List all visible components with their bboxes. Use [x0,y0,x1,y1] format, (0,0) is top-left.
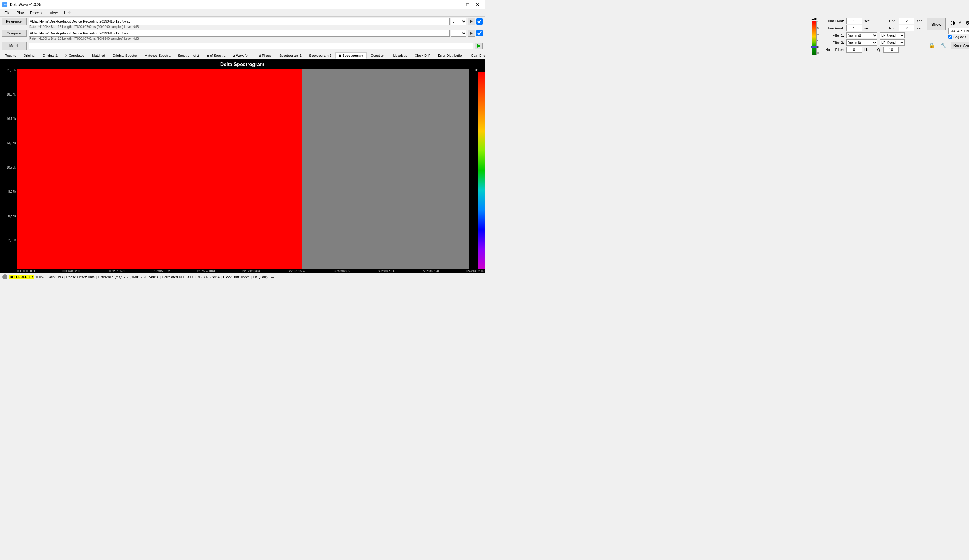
tab-gain-error[interactable]: Gain Error [468,52,484,59]
tab-lissajous[interactable]: Lissajous [390,52,411,59]
tab-delta-of-spectra[interactable]: Δ of Spectra [203,52,229,59]
match-play-button[interactable] [475,43,483,49]
phase-label: Phase Offset: [67,275,87,279]
tab-spectrogram-2[interactable]: Spectrogram 2 [306,52,335,59]
tab-spectrogram-1[interactable]: Spectrogram 1 [276,52,305,59]
chart-title: Delta Spectrogram [0,59,484,68]
tab-delta-waveform[interactable]: Δ Waveform [230,52,255,59]
match-input[interactable] [28,43,473,49]
minimize-button[interactable]: — [453,2,462,8]
correlated-1-value: 309,56dB [187,275,201,279]
chart-red-region [17,68,302,269]
compare-button[interactable]: Compare: [2,30,27,37]
bit-perfect-badge: BIT PERFECT! [9,275,34,279]
diff-label: Difference (ms): [98,275,122,279]
correlated-label: Correlated Null: [162,275,185,279]
chart-gray-region [302,68,469,269]
status-icon: i [2,274,7,279]
tab-clock-drift[interactable]: Clock Drift [411,52,434,59]
close-button[interactable]: ✕ [473,2,482,8]
tab-matched-spectra[interactable]: Matched Spectra [141,52,174,59]
tab-delta-phase[interactable]: Δ Phase [256,52,275,59]
diff-dba-value: -320,74dBA [140,275,158,279]
fit-label: Fit Quality: [253,275,269,279]
tab-results[interactable]: Results [1,52,20,59]
db-scale-top-label: dB [475,68,484,72]
reference-button[interactable]: Reference: [2,18,27,25]
tab-original-spectra[interactable]: Original Spectra [109,52,140,59]
compare-play-button[interactable] [468,30,475,37]
compare-meta: Rate=44100Hz Bits=16 Length=47600.90702m… [28,37,483,40]
reference-path-input[interactable] [28,18,450,25]
chart-plot [17,68,469,269]
maximize-button[interactable]: □ [463,2,472,8]
gain-value: 0dB [57,275,63,279]
fit-value: — [271,275,274,279]
reference-meta: Rate=44100Hz Bits=16 Length=47600.90702m… [28,25,483,28]
reference-channel-select[interactable]: LRL+R [451,18,466,25]
tab-spectrum-of[interactable]: Spectrum of Δ [175,52,203,59]
tab-x-correlated[interactable]: X-Correlated [62,52,88,59]
match-button[interactable]: Match [2,42,27,50]
percent-value: 100% [35,275,44,279]
menu-file[interactable]: File [1,10,13,16]
menu-help[interactable]: Help [61,10,75,16]
svg-marker-1 [470,32,473,35]
clock-label: Clock Drift: [223,275,240,279]
clock-value: 0ppm [241,275,250,279]
phase-value: 0ms [88,275,95,279]
correlated-2-value: 302,28dBA [203,275,220,279]
tab-error-distribution[interactable]: Error Distribution [435,52,467,59]
svg-marker-0 [470,20,473,23]
chart-yaxis: 21,53k 18,84k 16,14k 13,45k 10,76k 8,07k… [0,68,17,269]
reference-play-button[interactable] [468,18,475,25]
menu-process[interactable]: Process [27,10,47,16]
tab-original-delta[interactable]: Original Δ [40,52,61,59]
tab-delta-spectrogram[interactable]: Δ Spectrogram [335,52,367,59]
app-icon: DW [2,2,7,7]
reference-checkbox[interactable] [476,18,483,25]
diff-value: -326,16dB [123,275,140,279]
svg-marker-2 [477,44,481,48]
menu-play[interactable]: Play [13,10,27,16]
color-scale-bar [478,72,484,269]
compare-channel-select[interactable]: LRL+R [451,30,466,37]
menu-view[interactable]: View [47,10,61,16]
tab-matched[interactable]: Matched [88,52,108,59]
app-title: DeltaWave v1.0.25 [10,2,41,7]
tab-original[interactable]: Original [20,52,39,59]
tab-cepstrum[interactable]: Cepstrum [368,52,389,59]
compare-path-input[interactable] [28,30,450,37]
gain-label: Gain: [48,275,56,279]
compare-checkbox[interactable] [476,30,483,36]
chart-xaxis: 0:00:000.0000 0:04:648.5260 0:09:297.052… [0,269,484,273]
